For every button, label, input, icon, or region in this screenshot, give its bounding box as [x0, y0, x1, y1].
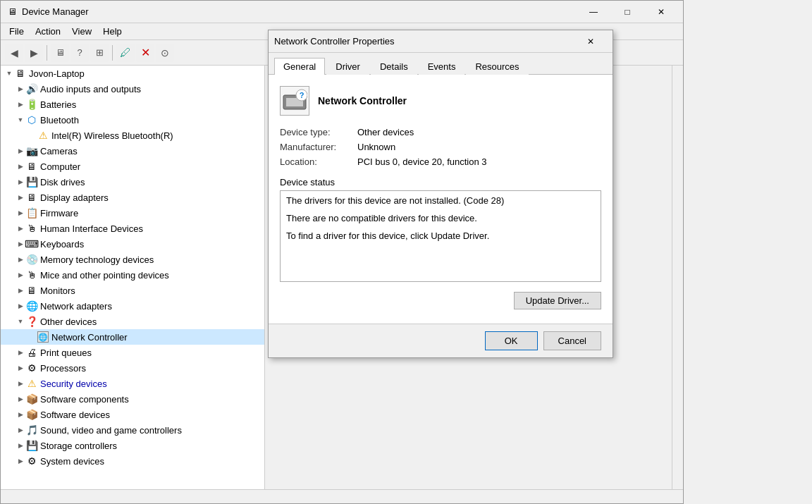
toolbar-forward[interactable]: ▶ — [25, 44, 43, 62]
ok-button[interactable]: OK — [485, 331, 538, 350]
expand-security[interactable]: ▶ — [15, 378, 26, 389]
bluetooth-icon: ⬡ — [26, 114, 37, 125]
minimize-button[interactable]: — — [577, 1, 610, 23]
expand-software-components[interactable]: ▶ — [15, 393, 26, 405]
cancel-button[interactable]: Cancel — [543, 331, 601, 350]
toolbar-sep-1 — [47, 45, 47, 61]
tree-item-batteries[interactable]: ▶ 🔋 Batteries — [1, 97, 264, 112]
keyboards-icon: ⌨ — [26, 238, 37, 250]
expand-monitors[interactable]: ▶ — [15, 285, 26, 296]
tree-label-storage: Storage controllers — [40, 441, 117, 451]
expand-storage[interactable]: ▶ — [15, 440, 26, 451]
tab-resources[interactable]: Resources — [466, 58, 528, 75]
tree-item-system[interactable]: ▶ ⚙ System devices — [1, 453, 264, 469]
tree-item-print[interactable]: ▶ 🖨 Print queues — [1, 345, 264, 360]
disk-icon: 💾 — [26, 176, 37, 188]
tree-label-audio: Audio inputs and outputs — [40, 84, 141, 94]
tab-events[interactable]: Events — [419, 58, 465, 75]
tree-item-hid[interactable]: ▶ 🖱 Human Interface Devices — [1, 221, 264, 236]
processors-icon: ⚙ — [26, 362, 37, 374]
expand-other-devices[interactable]: ▼ — [15, 316, 26, 327]
other-devices-icon: ❓ — [26, 316, 37, 327]
expand-network-adapters[interactable]: ▶ — [15, 300, 26, 312]
tree-root[interactable]: ▼ 🖥 Jovon-Laptop — [1, 66, 264, 81]
tree-item-display[interactable]: ▶ 🖥 Display adapters — [1, 190, 264, 205]
tree-item-network-adapters[interactable]: ▶ 🌐 Network adapters — [1, 298, 264, 314]
expand-audio[interactable]: ▶ — [15, 83, 26, 94]
tab-details[interactable]: Details — [371, 58, 417, 75]
tree-item-audio[interactable]: ▶ 🔊 Audio inputs and outputs — [1, 81, 264, 97]
tree-item-software-components[interactable]: ▶ 📦 Software components — [1, 391, 264, 407]
tree-label-hid: Human Interface Devices — [40, 223, 143, 234]
menu-help[interactable]: Help — [97, 25, 128, 38]
menu-file[interactable]: File — [4, 25, 30, 38]
prop-label-location: Location: — [280, 156, 357, 167]
expand-disk[interactable]: ▶ — [15, 176, 26, 188]
tree-label-intel-bt: Intel(R) Wireless Bluetooth(R) — [51, 130, 173, 141]
expand-hid[interactable]: ▶ — [15, 223, 26, 234]
toolbar-scan[interactable]: ⊞ — [90, 44, 109, 62]
dialog-close-button[interactable]: ✕ — [574, 31, 607, 52]
expand-cameras[interactable]: ▶ — [15, 145, 26, 156]
expand-bluetooth[interactable]: ▼ — [15, 114, 26, 125]
expand-sound[interactable]: ▶ — [15, 424, 26, 436]
update-driver-row: Update Driver... — [280, 292, 601, 309]
toolbar-uninstall[interactable]: ✕ — [136, 44, 154, 62]
maximize-button[interactable]: □ — [611, 1, 644, 23]
prop-label-type: Device type: — [280, 127, 357, 137]
main-scrollbar[interactable] — [672, 66, 683, 489]
tab-driver[interactable]: Driver — [326, 58, 369, 75]
toolbar-update[interactable]: 🖊 — [116, 44, 135, 62]
close-button[interactable]: ✕ — [645, 1, 677, 23]
menu-action[interactable]: Action — [30, 25, 66, 38]
tree-item-security[interactable]: ▶ ⚠ Security devices — [1, 376, 264, 391]
tree-item-firmware[interactable]: ▶ 📋 Firmware — [1, 205, 264, 221]
expand-processors[interactable]: ▶ — [15, 362, 26, 374]
toolbar-help[interactable]: ? — [70, 44, 89, 62]
tree-item-keyboards[interactable]: ▶ ⌨ Keyboards — [1, 236, 264, 252]
expand-root[interactable]: ▼ — [4, 68, 15, 79]
toolbar-download[interactable]: ⊙ — [156, 44, 174, 62]
expand-memory[interactable]: ▶ — [15, 254, 26, 265]
toolbar-back[interactable]: ◀ — [5, 44, 23, 62]
expand-print[interactable]: ▶ — [15, 347, 26, 358]
toolbar-properties[interactable]: 🖥 — [51, 44, 69, 62]
expand-display[interactable]: ▶ — [15, 192, 26, 203]
expand-batteries[interactable]: ▶ — [15, 99, 26, 110]
menu-view[interactable]: View — [66, 25, 97, 38]
device-status-box[interactable]: The drivers for this device are not inst… — [280, 190, 601, 282]
expand-system[interactable]: ▶ — [15, 455, 26, 467]
tab-general[interactable]: General — [274, 58, 325, 75]
expand-mice[interactable]: ▶ — [15, 269, 26, 281]
tree-item-intel-bt[interactable]: ▶ ⚠ Intel(R) Wireless Bluetooth(R) — [1, 128, 264, 143]
tree-item-cameras[interactable]: ▶ 📷 Cameras — [1, 143, 264, 159]
prop-value-location: PCI bus 0, device 20, function 3 — [357, 156, 487, 167]
tree-item-disk[interactable]: ▶ 💾 Disk drives — [1, 174, 264, 190]
software-devices-icon: 📦 — [26, 409, 37, 420]
prop-row-type: Device type: Other devices — [280, 127, 601, 137]
tree-item-network-controller[interactable]: ▶ 🌐 Network Controller — [1, 329, 264, 345]
device-name: Network Controller — [318, 95, 407, 106]
computer-tree-icon: 🖥 — [26, 161, 37, 172]
tree-item-memory[interactable]: ▶ 💿 Memory technology devices — [1, 252, 264, 267]
tree-item-software-devices[interactable]: ▶ 📦 Software devices — [1, 407, 264, 422]
tree-item-monitors[interactable]: ▶ 🖥 Monitors — [1, 283, 264, 298]
toolbar-sep-2 — [112, 45, 113, 61]
tree-label-network-adapters: Network adapters — [40, 301, 112, 312]
prop-value-type: Other devices — [357, 127, 414, 137]
tree-item-bluetooth[interactable]: ▼ ⬡ Bluetooth — [1, 112, 264, 128]
tree-item-processors[interactable]: ▶ ⚙ Processors — [1, 360, 264, 376]
expand-software-devices[interactable]: ▶ — [15, 409, 26, 420]
tree-item-sound[interactable]: ▶ 🎵 Sound, video and game controllers — [1, 422, 264, 438]
expand-computer[interactable]: ▶ — [15, 161, 26, 172]
tree-item-other-devices[interactable]: ▼ ❓ Other devices — [1, 314, 264, 329]
tree-item-mice[interactable]: ▶ 🖱 Mice and other pointing devices — [1, 267, 264, 283]
network-adapters-icon: 🌐 — [26, 300, 37, 312]
tree-item-computer[interactable]: ▶ 🖥 Computer — [1, 159, 264, 174]
prop-value-manufacturer: Unknown — [357, 142, 395, 152]
update-driver-button[interactable]: Update Driver... — [514, 292, 601, 309]
expand-firmware[interactable]: ▶ — [15, 207, 26, 219]
tree-label-memory: Memory technology devices — [40, 254, 154, 265]
tree-item-storage[interactable]: ▶ 💾 Storage controllers — [1, 438, 264, 453]
status-line-3: To find a driver for this device, click … — [286, 231, 595, 241]
